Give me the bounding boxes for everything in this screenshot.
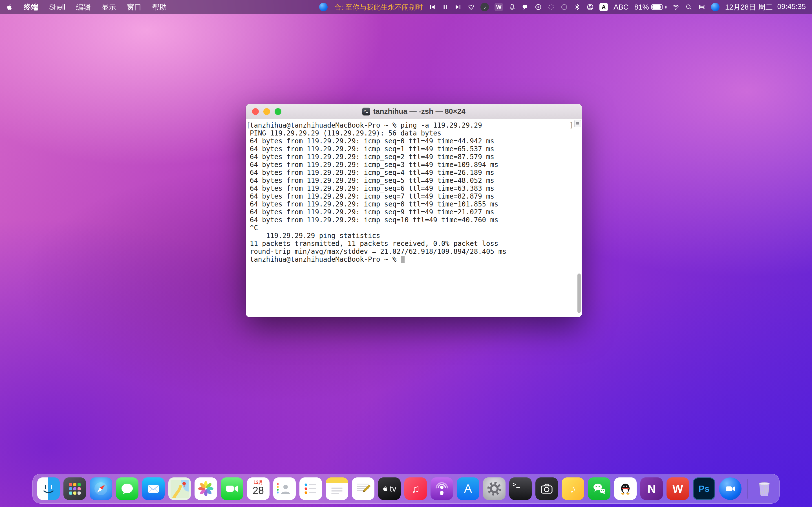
apple-logo-icon <box>382 485 389 492</box>
terminal-output-line: 64 bytes from 119.29.29.29: icmp_seq=5 t… <box>250 177 578 184</box>
dock-wechat[interactable] <box>588 477 610 500</box>
terminal-content[interactable]: [ ] tanzhihua@tanzhihuadeMacBook-Pro ~ %… <box>246 119 582 317</box>
now-playing-icon[interactable]: ♪ <box>480 3 489 11</box>
dock-facetime[interactable] <box>221 477 243 500</box>
dock-messages[interactable] <box>116 477 139 500</box>
envelope-icon <box>144 480 162 498</box>
dock-qq-music[interactable]: ♪ <box>562 477 584 500</box>
dock-contacts[interactable] <box>273 477 296 500</box>
terminal-titlebar[interactable]: >_ tanzhihua — -zsh — 80×24 <box>246 104 582 119</box>
dock-podcasts[interactable] <box>430 477 453 500</box>
calendar-day: 28 <box>253 485 264 496</box>
terminal-output-line: --- 119.29.29.29 ping statistics --- <box>250 232 578 240</box>
dock-safari[interactable] <box>90 477 112 500</box>
wps-status-icon[interactable]: W <box>495 3 503 11</box>
dock-trash[interactable] <box>754 477 775 500</box>
music-app-icon[interactable] <box>319 3 327 11</box>
account-icon[interactable] <box>587 2 594 12</box>
gear-icon <box>485 480 503 498</box>
app-menu-item[interactable]: Shell <box>49 3 65 11</box>
menu-bar-status: 合: 至你与我此生永不闹别时 ♪ W A ABC 81% <box>319 2 806 12</box>
app-menu-item[interactable]: 显示 <box>101 2 116 12</box>
traffic-lights <box>252 108 282 115</box>
terminal-output-line: 64 bytes from 119.29.29.29: icmp_seq=6 t… <box>250 184 578 192</box>
window-title: tanzhihua — -zsh — 80×24 <box>373 107 465 116</box>
terminal-output-line: 64 bytes from 119.29.29.29: icmp_seq=3 t… <box>250 161 578 169</box>
terminal-output-line: round-trip min/avg/max/stddev = 21.027/6… <box>250 247 578 256</box>
terminal-marker-icon[interactable] <box>574 120 581 127</box>
wechat-status-icon[interactable] <box>522 2 529 12</box>
dock-screenshot-app[interactable] <box>536 477 558 500</box>
favorite-heart-icon[interactable] <box>467 2 475 12</box>
dock-notes[interactable] <box>326 477 348 500</box>
battery-status[interactable]: 81% <box>635 3 666 11</box>
terminal-output: tanzhihua@tanzhihuadeMacBook-Pro ~ % pin… <box>250 121 578 256</box>
terminal-output-line: ^C <box>250 224 578 232</box>
dock-finder[interactable] <box>37 477 60 500</box>
meeting-camera-icon <box>721 480 739 498</box>
dock-apple-tv[interactable]: tv <box>378 477 401 500</box>
media-pause-icon[interactable] <box>442 2 449 12</box>
input-method-label[interactable]: ABC <box>613 3 628 11</box>
dock-photoshop[interactable]: Ps <box>693 477 715 500</box>
dock-tencent-meeting[interactable] <box>719 477 742 500</box>
dock-terminal[interactable]: >_ <box>509 477 532 500</box>
dock-launchpad[interactable] <box>63 477 86 500</box>
scrollbar-thumb[interactable] <box>577 274 581 313</box>
podcasts-icon <box>433 480 451 498</box>
dock-reminders[interactable] <box>299 477 322 500</box>
app-menu-item[interactable]: 窗口 <box>127 2 142 12</box>
dock-calendar[interactable]: 12月 28 <box>247 477 269 500</box>
title-area: >_ tanzhihua — -zsh — 80×24 <box>246 107 582 116</box>
dock-textedit[interactable] <box>352 477 374 500</box>
apple-menu[interactable] <box>6 3 13 11</box>
dock-music[interactable]: ♫ <box>404 477 427 500</box>
contacts-book-icon <box>275 480 294 498</box>
dock-system-preferences[interactable] <box>483 477 506 500</box>
reminders-list-icon <box>302 480 320 498</box>
terminal-prompt: tanzhihua@tanzhihuadeMacBook-Pro ~ % <box>250 256 401 263</box>
dock-app-store[interactable]: A <box>457 477 479 500</box>
dock-maps[interactable] <box>168 477 191 500</box>
time-label: 09:45:35 <box>777 2 806 12</box>
terminal-output-line: 64 bytes from 119.29.29.29: icmp_seq=10 … <box>250 216 578 224</box>
play-circle-icon[interactable] <box>535 2 542 12</box>
menu-bar-left: 终端Shell编辑显示窗口帮助 <box>6 2 167 12</box>
photoshop-ps-icon: Ps <box>698 484 709 494</box>
screen-mirroring-icon[interactable] <box>548 2 555 12</box>
terminal-output-line: 64 bytes from 119.29.29.29: icmp_seq=9 t… <box>250 208 578 216</box>
media-previous-icon[interactable] <box>428 2 436 12</box>
terminal-output-line: 64 bytes from 119.29.29.29: icmp_seq=4 t… <box>250 169 578 177</box>
wifi-icon[interactable] <box>672 2 679 12</box>
control-center-icon[interactable] <box>698 2 705 12</box>
close-button[interactable] <box>252 108 259 115</box>
map-icon <box>170 480 189 498</box>
input-source-icon[interactable]: A <box>599 3 608 11</box>
notification-bell-icon[interactable] <box>509 2 516 12</box>
dock-separator <box>748 479 748 499</box>
terminal-output-line: 64 bytes from 119.29.29.29: icmp_seq=1 t… <box>250 145 578 153</box>
terminal-prompt-icon: >_ <box>513 481 520 488</box>
launchpad-grid-icon <box>66 480 84 498</box>
media-next-icon[interactable] <box>455 2 462 12</box>
bluetooth-icon[interactable] <box>573 2 581 12</box>
tencent-meeting-icon[interactable] <box>711 3 719 11</box>
app-menu-item[interactable]: 帮助 <box>152 2 167 12</box>
menubar-clock[interactable]: 12月28日 周二 09:45:35 <box>725 2 806 12</box>
dock-mail[interactable] <box>142 477 165 500</box>
menubar-lyrics: 合: 至你与我此生永不闹别时 <box>335 3 423 12</box>
music-note-icon: ♫ <box>411 483 420 495</box>
dock-qq[interactable] <box>614 477 637 500</box>
minimize-button[interactable] <box>263 108 270 115</box>
app-menu-item[interactable]: 编辑 <box>76 2 91 12</box>
spotlight-search-icon[interactable] <box>685 2 693 12</box>
terminal-cursor <box>401 256 405 263</box>
app-menu-item[interactable]: 终端 <box>24 2 38 12</box>
zoom-button[interactable] <box>274 108 282 115</box>
dock-wps[interactable]: W <box>666 477 689 500</box>
dock-onenote[interactable]: N <box>640 477 663 500</box>
dock-photos[interactable] <box>195 477 217 500</box>
airplay-icon[interactable] <box>560 2 568 12</box>
wps-w-icon: W <box>672 483 683 495</box>
camera-icon <box>538 480 556 498</box>
